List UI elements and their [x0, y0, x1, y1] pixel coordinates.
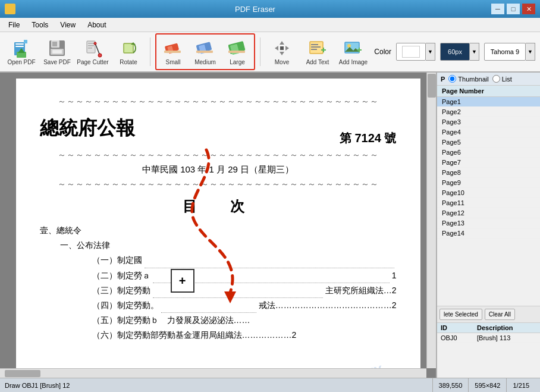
menu-about[interactable]: About	[83, 20, 111, 30]
size-picker[interactable]: 60px	[440, 43, 470, 61]
save-pdf-button[interactable]: Save PDF	[40, 35, 74, 69]
page-item-13[interactable]: Page14	[437, 228, 540, 239]
status-dimensions: 595×842	[468, 378, 506, 392]
status-bar: Draw OBJ1 [Brush] 12 389,550 595×842 1/2…	[0, 378, 540, 392]
page-number-header: Page Number	[437, 86, 540, 97]
main-area: ～～～～～～～～～～～～～～～～～～～～～～～～～～～～～～～～～～～～ 總統府…	[0, 73, 540, 378]
page-item-8[interactable]: Page9	[437, 178, 540, 188]
svg-rect-36	[311, 44, 318, 45]
table-cell-desc: [Brush] 113	[473, 333, 540, 343]
svg-point-42	[347, 44, 351, 48]
panel-table: ID Description OBJ0 [Brush] 113	[437, 323, 540, 378]
thumbnail-radio[interactable]: Thumbnail	[448, 75, 488, 83]
move-label: Move	[275, 59, 289, 65]
status-left: Draw OBJ1 [Brush] 12	[5, 382, 432, 389]
open-pdf-button[interactable]: Open PDF	[5, 35, 38, 69]
thumbnail-radio-input[interactable]	[448, 75, 456, 83]
maximize-button[interactable]: □	[507, 4, 520, 14]
thumbnail-label: Thumbnail	[458, 76, 488, 83]
table-cell-id: OBJ0	[437, 333, 473, 343]
content-line-5: （四）制定勞動。 戒法……………………………………2	[76, 298, 397, 313]
clear-all-button[interactable]: Clear All	[485, 309, 515, 320]
size-dropdown-arrow[interactable]: ▼	[470, 43, 479, 61]
page-item-0[interactable]: Page1	[437, 97, 540, 107]
page-item-2[interactable]: Page3	[437, 117, 540, 127]
page-item-12[interactable]: Page13	[437, 218, 540, 228]
move-button[interactable]: Move	[265, 35, 299, 69]
menu-bar: File Tools View About	[0, 18, 540, 32]
page-item-11[interactable]: Page12	[437, 208, 540, 218]
menu-file[interactable]: File	[4, 20, 24, 30]
page-item-9[interactable]: Page10	[437, 188, 540, 198]
color-label: Color	[374, 48, 391, 56]
window-controls: ─ □ ✕	[491, 4, 535, 14]
color-dropdown-arrow[interactable]: ▼	[426, 43, 435, 61]
add-image-icon	[344, 39, 363, 58]
svg-rect-19	[124, 43, 133, 53]
title-bar: PDF Eraser ─ □ ✕	[0, 0, 540, 18]
hscroll-thumb[interactable]	[5, 370, 40, 377]
svg-rect-38	[311, 49, 317, 50]
content-line-1: 一、公布法律	[52, 238, 397, 253]
open-pdf-label: Open PDF	[7, 59, 35, 65]
add-image-button[interactable]: Add Image	[337, 35, 370, 69]
font-dropdown-arrow[interactable]: ▼	[526, 43, 535, 61]
svg-rect-37	[311, 46, 321, 48]
menu-tools[interactable]: Tools	[27, 20, 53, 30]
add-image-label: Add Image	[339, 59, 368, 65]
large-label: Large	[230, 59, 245, 65]
save-pdf-icon	[48, 39, 67, 58]
list-radio[interactable]: List	[492, 75, 512, 83]
page-item-7[interactable]: Page8	[437, 168, 540, 178]
page-cutter-icon	[83, 39, 102, 58]
svg-marker-33	[285, 46, 289, 51]
close-button[interactable]: ✕	[522, 4, 535, 14]
add-text-button[interactable]: Add Text	[301, 35, 334, 69]
status-coords: 389,550	[432, 378, 469, 392]
pdf-vscrollbar[interactable]	[426, 73, 436, 368]
page-item-6[interactable]: Page7	[437, 158, 540, 168]
content-line-2: （一）制定國	[76, 253, 397, 268]
page-cutter-button[interactable]: Page Cutter	[76, 35, 109, 69]
small-eraser-button[interactable]: Small	[158, 36, 189, 68]
page-item-4[interactable]: Page5	[437, 137, 540, 148]
delete-selected-button[interactable]: lete Selected	[439, 309, 482, 320]
svg-point-17	[98, 54, 102, 57]
content-line-7: （六）制定勞動部勞動基金運用局組織法………………2	[76, 328, 397, 343]
title-icon	[5, 4, 15, 14]
svg-point-18	[94, 42, 96, 45]
svg-marker-32	[275, 46, 278, 51]
eraser-group: Small Medium Large	[155, 33, 255, 70]
page-item-10[interactable]: Page11	[437, 198, 540, 208]
toc-title: 目 次	[40, 197, 397, 216]
pdf-scroll[interactable]: ～～～～～～～～～～～～～～～～～～～～～～～～～～～～～～～～～～～～ 總統府…	[0, 73, 436, 378]
panel-header: P Thumbnail List	[437, 73, 540, 86]
color-picker[interactable]	[396, 43, 426, 61]
svg-marker-31	[280, 52, 284, 55]
svg-rect-45	[359, 48, 360, 52]
pdf-hscrollbar[interactable]	[0, 368, 426, 378]
svg-rect-29	[228, 51, 245, 53]
pdf-content: 壹、總統令 一、公布法律 （一）制定國 （二）制定勞ａ 1 （三）制定勞動	[40, 223, 397, 343]
minimize-button[interactable]: ─	[491, 4, 504, 14]
small-eraser-icon	[164, 39, 183, 58]
page-item-1[interactable]: Page2	[437, 107, 540, 117]
medium-eraser-button[interactable]: Medium	[190, 36, 221, 68]
page-item-5[interactable]: Page6	[437, 148, 540, 158]
rotate-button[interactable]: Rotate	[112, 35, 145, 69]
page-item-3[interactable]: Page4	[437, 127, 540, 137]
separator-1	[150, 37, 150, 66]
svg-rect-1	[15, 43, 24, 45]
list-radio-input[interactable]	[492, 75, 500, 83]
svg-rect-9	[52, 42, 57, 46]
wavy-middle: ～～～～～～～～～～～～～～～～～～～～～～～～～～～～～～～～～～～～	[40, 150, 397, 161]
font-picker[interactable]: Tahoma 9	[484, 43, 526, 61]
svg-rect-13	[88, 43, 94, 44]
menu-view[interactable]: View	[55, 20, 80, 30]
wavy-top: ～～～～～～～～～～～～～～～～～～～～～～～～～～～～～～～～～～～～	[40, 96, 397, 107]
vscroll-thumb[interactable]	[428, 74, 436, 98]
large-eraser-button[interactable]: Large	[222, 36, 253, 68]
page-list[interactable]: Page Number Page1 Page2 Page3 Page4 Page…	[437, 86, 540, 306]
page-cutter-label: Page Cutter	[77, 59, 108, 65]
pdf-area[interactable]: ～～～～～～～～～～～～～～～～～～～～～～～～～～～～～～～～～～～～ 總統府…	[0, 73, 436, 378]
